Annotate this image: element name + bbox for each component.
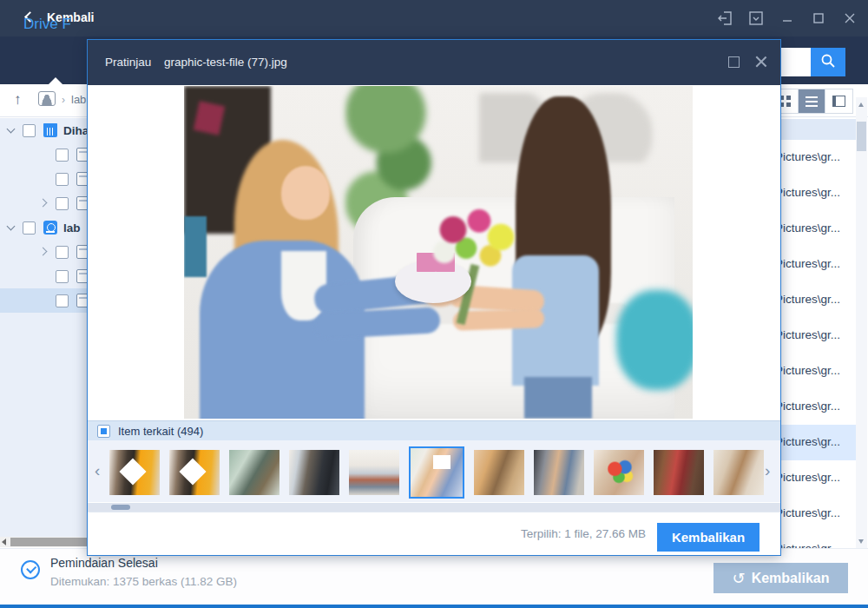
- thumbnail-mother-child-couch-photo[interactable]: [713, 450, 764, 495]
- thumbnail-workshop-people-photo[interactable]: [534, 450, 584, 495]
- chevron-icon[interactable]: [40, 175, 49, 183]
- window-bottom-border: [0, 605, 868, 608]
- photo-frame: [184, 216, 207, 277]
- drive-user-icon[interactable]: [38, 91, 56, 106]
- scroll-down-arrow-icon[interactable]: [858, 539, 864, 544]
- restore-button-dialog[interactable]: Kembalikan: [657, 523, 760, 552]
- chevron-icon[interactable]: [40, 296, 49, 305]
- thumbnail-man-tablet-server-room-photo[interactable]: [289, 450, 339, 495]
- magnifier-icon: [820, 53, 836, 71]
- preview-filename: graphic-test-file (77).jpg: [164, 56, 287, 69]
- scan-status-title: Pemindaian Selesai: [50, 556, 158, 570]
- chevron-icon[interactable]: [40, 248, 49, 256]
- thumbnails-prev-icon[interactable]: ‹: [95, 461, 107, 480]
- window-dropdown-icon[interactable]: [746, 9, 766, 28]
- view-mode-toolbar: [771, 89, 853, 114]
- scroll-up-arrow-icon[interactable]: [858, 102, 864, 107]
- thumbnail-scrollbar[interactable]: [88, 503, 780, 512]
- photo-bouquet: [431, 208, 518, 281]
- thumbnail-list: [109, 445, 771, 500]
- photo-teal-pillow: [616, 290, 693, 390]
- thumbnail-hands-colorful-toy-photo[interactable]: [594, 450, 644, 495]
- trash-icon: [43, 123, 57, 137]
- thumbnail-technician-server-rack-photo[interactable]: [169, 450, 220, 495]
- checkbox[interactable]: [56, 294, 69, 307]
- chevron-icon[interactable]: [40, 150, 49, 159]
- titlebar: Kembali: [0, 0, 868, 36]
- checkbox[interactable]: [23, 124, 36, 137]
- checkbox[interactable]: [56, 270, 69, 283]
- dialog-footer: Terpilih: 1 file, 27.66 MB Kembalikan: [88, 512, 780, 555]
- checkbox[interactable]: [56, 197, 69, 210]
- thumbnail-circuit-board-hands-photo[interactable]: [474, 450, 524, 495]
- thumbnail-strip: ‹ ›: [88, 440, 780, 502]
- scan-complete-check-icon: [21, 560, 40, 579]
- restore-history-icon: ↺: [733, 569, 746, 587]
- list-view-icon[interactable]: [799, 89, 825, 113]
- thumbnail-office-meeting-whiteboard-photo[interactable]: [349, 450, 399, 495]
- preview-image: [184, 86, 693, 419]
- maximize-icon[interactable]: [809, 9, 828, 28]
- breadcrumb-separator: ›: [62, 94, 65, 106]
- square-overlay-icon: [433, 455, 450, 469]
- checkbox[interactable]: [56, 173, 69, 186]
- minimize-icon[interactable]: [778, 9, 797, 28]
- thumbnail-woman-gift-flowers-photo[interactable]: [409, 446, 464, 499]
- window-controls: [715, 0, 859, 36]
- up-arrow-icon[interactable]: ↑: [14, 91, 31, 109]
- scrollbar-thumb[interactable]: [857, 122, 866, 151]
- photo-woman-face: [281, 166, 330, 220]
- restore-button-main[interactable]: ↺ Kembalikan: [713, 563, 848, 593]
- chevron-icon[interactable]: [40, 272, 49, 281]
- app-window: Kembali Drive F ↑: [0, 0, 868, 608]
- exit-icon[interactable]: [715, 9, 734, 28]
- drive-icon: [43, 221, 57, 235]
- thumbnail-hardware-repair-bench-photo[interactable]: [229, 450, 279, 495]
- preview-pane-icon[interactable]: [825, 89, 852, 113]
- thumbnails-next-icon[interactable]: ›: [765, 461, 777, 480]
- dialog-title: Pratinjau: [105, 56, 151, 69]
- thumbnail-technician-server-rack-photo[interactable]: [109, 450, 160, 495]
- preview-dialog: Pratinjau graphic-test-file (77).jpg: [87, 39, 781, 556]
- related-items-label: Item terkait (494): [118, 425, 203, 438]
- search-button[interactable]: [811, 48, 845, 76]
- chevron-icon[interactable]: [7, 223, 16, 232]
- dialog-maximize-icon[interactable]: [728, 56, 740, 68]
- chevron-icon[interactable]: [7, 126, 16, 135]
- checkbox[interactable]: [56, 149, 69, 162]
- active-tab-notch: [49, 77, 62, 84]
- related-items-bar: Item terkait (494): [88, 420, 780, 440]
- photo-girl-jeans: [524, 377, 592, 419]
- scroll-left-arrow-icon[interactable]: [2, 539, 6, 545]
- diamond-overlay-icon: [119, 458, 146, 485]
- selection-summary: Terpilih: 1 file, 27.66 MB: [521, 527, 646, 540]
- dialog-titlebar: Pratinjau graphic-test-file (77).jpg: [88, 40, 780, 85]
- dialog-close-icon[interactable]: [754, 55, 768, 69]
- thumbnail-couple-plaid-shirt-photo[interactable]: [654, 450, 704, 495]
- scrollbar-thumb[interactable]: [111, 505, 130, 510]
- checkbox[interactable]: [23, 221, 36, 235]
- diamond-overlay-icon: [179, 458, 206, 485]
- close-icon[interactable]: [840, 9, 859, 28]
- related-items-checkbox[interactable]: [97, 425, 110, 438]
- chevron-icon[interactable]: [40, 199, 49, 208]
- tab-drive-f[interactable]: Drive F: [23, 16, 71, 33]
- checkbox[interactable]: [56, 246, 69, 259]
- breadcrumb[interactable]: lab: [71, 93, 86, 106]
- scan-status-detail: Ditemukan: 1375 berkas (11.82 GB): [50, 575, 237, 588]
- vertical-scrollbar[interactable]: [856, 97, 867, 556]
